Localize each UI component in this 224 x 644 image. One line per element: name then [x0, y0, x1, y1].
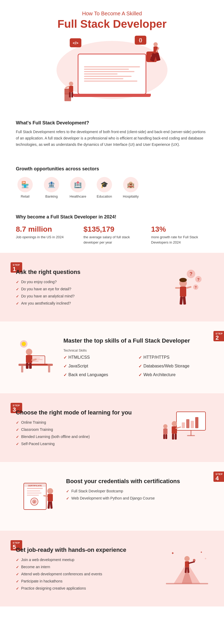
svg-rect-29 — [48, 366, 50, 372]
hero-section: How To Become A Skilled Full Stack Devel… — [0, 0, 224, 112]
step4-item-2: Web Development with Python and Django C… — [66, 496, 208, 501]
svg-rect-6 — [65, 86, 69, 88]
svg-rect-21 — [175, 287, 180, 289]
step5-list: Join a web development meetup Become an … — [16, 558, 158, 591]
step5-illustration: ✦ ✦ ✦ — [166, 547, 208, 586]
step3-item-4: Self-Paced Learning — [16, 442, 153, 446]
svg-rect-24 — [183, 297, 186, 305]
step5-content: Get job-ready with hands-on experience J… — [0, 539, 224, 599]
working-person-icon — [16, 337, 55, 377]
svg-rect-28 — [21, 366, 23, 372]
sectors-row: 🏪 Retail 🏦 Banking 🏥 Healthcare 🎓 Educat… — [16, 177, 208, 198]
svg-text:?: ? — [197, 277, 200, 282]
svg-rect-71 — [50, 501, 53, 509]
step1-illustration: ? ? ? — [166, 269, 208, 308]
svg-rect-40 — [29, 363, 32, 369]
step1-heading: Ask the right questions — [16, 269, 158, 276]
why-section: Why become a Full Stack Developer in 202… — [0, 206, 224, 253]
step2-text: Master the top skills of a Full Stack De… — [63, 337, 208, 380]
step3-heading: Choose the right mode of learning for yo… — [16, 409, 153, 416]
svg-rect-52 — [175, 434, 177, 440]
step4-illustration: ✓ CERTIFICATE — [16, 478, 58, 517]
stat-growth-desc: more growth rate for Full Stack Develope… — [151, 235, 208, 245]
education-label: Education — [97, 194, 112, 198]
svg-rect-35 — [32, 361, 39, 362]
step1-text: Ask the right questions Do you enjoy cod… — [16, 269, 158, 308]
training-icon — [161, 409, 208, 449]
stat-growth-number: 13% — [151, 225, 208, 234]
step4-list: Full Stack Developer Bootcamp Web Develo… — [66, 489, 208, 501]
svg-text:✦: ✦ — [204, 557, 207, 561]
step1-list: Do you enjoy coding? Do you have an eye … — [16, 280, 158, 306]
step2-item-4: ✓HTTP/HTTPS — [138, 355, 208, 360]
what-heading: What's Full Stack Development? — [16, 120, 208, 126]
svg-rect-58 — [27, 488, 43, 489]
svg-text:✦: ✦ — [200, 551, 202, 554]
step4-section: STEP 4 Boost your credentials with certi… — [0, 462, 224, 531]
svg-rect-45 — [195, 417, 198, 428]
step3-list: Online Training Classroom Training Blend… — [16, 420, 153, 446]
step2-item-3: ✓Back end Languages — [63, 372, 133, 377]
svg-rect-42 — [182, 422, 185, 428]
what-section: What's Full Stack Development? Full Stac… — [0, 112, 224, 158]
step4-heading: Boost your credentials with certificatio… — [66, 478, 208, 485]
svg-text:✦: ✦ — [171, 551, 174, 555]
left-figure-icon — [63, 70, 82, 102]
step3-content: Choose the right mode of learning for yo… — [0, 401, 224, 454]
svg-rect-55 — [163, 434, 165, 439]
svg-rect-44 — [191, 421, 194, 428]
sector-hospitality: 🏨 Hospitality — [122, 177, 140, 198]
svg-point-19 — [179, 278, 187, 282]
step2-illustration — [16, 337, 55, 377]
step1-item-3: Do you have an analytical mind? — [16, 294, 158, 298]
thinking-person-icon: ? ? ? — [167, 269, 207, 308]
svg-text:✓: ✓ — [33, 501, 35, 503]
step3-item-1: Online Training — [16, 420, 153, 425]
education-icon: 🎓 — [97, 177, 112, 192]
step2-item-1: ✓HTML/CSS — [63, 355, 133, 360]
what-text: Full Stack Development refers to the dev… — [16, 129, 208, 148]
experience-icon: ✦ ✦ ✦ — [166, 547, 208, 586]
step5-item-1: Join a web development meetup — [16, 558, 158, 562]
svg-point-67 — [47, 488, 53, 494]
step1-item-4: Are you aesthetically inclined? — [16, 301, 158, 306]
svg-rect-74 — [166, 583, 208, 584]
healthcare-icon: 🏥 — [70, 177, 86, 192]
svg-rect-3 — [69, 86, 73, 92]
hero-illustration: </> {} ⇧ — [49, 36, 175, 104]
svg-rect-10 — [155, 53, 160, 61]
step3-item-3: Blended Learning (both offline and onlin… — [16, 435, 153, 439]
step2-list: ✓HTML/CSS ✓HTTP/HTTPS ✓JavaScript ✓Datab… — [63, 355, 208, 380]
step5-text: Get job-ready with hands-on experience J… — [16, 547, 158, 593]
step1-section: STEP 1 Ask the right questions Do you en… — [0, 253, 224, 321]
svg-point-78 — [193, 559, 195, 562]
healthcare-label: Healthcare — [70, 194, 86, 198]
step4-item-1: Full Stack Developer Bootcamp — [66, 489, 208, 493]
why-heading: Why become a Full Stack Developer in 202… — [16, 214, 208, 220]
stat-jobs-desc: Job openings in the US in 2024 — [16, 235, 73, 240]
svg-point-36 — [26, 349, 32, 355]
svg-rect-49 — [172, 426, 177, 434]
hospitality-label: Hospitality — [123, 194, 139, 198]
stat-salary-desc: the average salary of full stack develop… — [83, 235, 141, 245]
svg-text:?: ? — [190, 271, 193, 277]
hero-title: Full Stack Developer — [16, 18, 208, 30]
svg-rect-70 — [48, 501, 50, 509]
retail-icon: 🏪 — [17, 177, 33, 192]
stat-salary-number: $135,179 — [83, 225, 141, 234]
svg-rect-59 — [27, 491, 40, 491]
stat-jobs: 8.7 million Job openings in the US in 20… — [16, 225, 73, 245]
svg-rect-57 — [24, 483, 46, 510]
tech-skills-label: Technical Skills — [63, 348, 208, 352]
right-figure-icon — [144, 40, 162, 71]
svg-rect-61 — [27, 495, 39, 496]
step2-section: STEP 2 Master the top skills of a Full S… — [0, 321, 224, 393]
step3-section: STEP 3 Choose the right mode of learning… — [0, 393, 224, 462]
svg-point-7 — [153, 42, 158, 46]
step5-item-5: Practice designing creative applications — [16, 586, 158, 591]
step4-text: Boost your credentials with certificatio… — [66, 478, 208, 503]
stat-jobs-number: 8.7 million — [16, 225, 73, 234]
step3-text: Choose the right mode of learning for yo… — [16, 409, 153, 449]
svg-rect-56 — [165, 434, 167, 439]
svg-rect-43 — [186, 419, 189, 428]
